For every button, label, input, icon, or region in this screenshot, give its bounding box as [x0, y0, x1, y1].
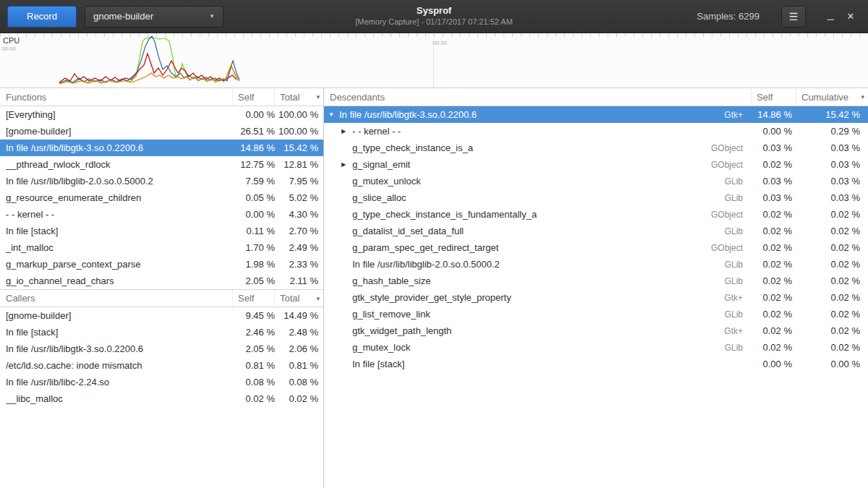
- column-header-self[interactable]: Self: [751, 88, 796, 106]
- function-name: g_type_check_instance_is_fundamentally_a: [352, 209, 697, 220]
- expander-icon[interactable]: ▼: [328, 111, 339, 118]
- tree-row[interactable]: g_slice_allocGLib0.03 %0.03 %: [324, 189, 868, 206]
- descendants-rows: ▼In file /usr/lib/libgtk-3.so.0.2200.6Gt…: [324, 106, 868, 372]
- main-area: Functions Self Total ▾ [Everything]0.00 …: [0, 88, 868, 488]
- self-percent: 0.81 %: [233, 360, 275, 371]
- self-percent: 0.02 %: [746, 226, 792, 236]
- timeline-start-label: 00:00: [1, 46, 16, 52]
- expander-icon[interactable]: ▶: [341, 128, 352, 134]
- table-row[interactable]: g_resource_enumerate_children0.05 %5.02 …: [0, 189, 323, 206]
- table-row[interactable]: __libc_malloc0.02 %0.02 %: [0, 390, 323, 407]
- cpu-series-green: [59, 38, 239, 84]
- category-label: Gtk+: [697, 293, 743, 303]
- tree-row[interactable]: gtk_style_provider_get_style_propertyGtk…: [324, 289, 868, 306]
- column-header-total[interactable]: Total ▾: [274, 88, 323, 106]
- table-row[interactable]: g_markup_parse_context_parse1.98 %2.33 %: [0, 256, 323, 273]
- process-selector-label: gnome-builder: [93, 11, 153, 22]
- table-row[interactable]: [gnome-builder]26.51 %100.00 %: [0, 123, 323, 140]
- close-icon: ✕: [847, 11, 855, 22]
- column-header-cumulative-label: Cumulative: [801, 92, 848, 103]
- total-percent: 15.42 %: [275, 142, 320, 153]
- total-percent: 2.06 %: [275, 343, 320, 354]
- total-percent: 4.30 %: [275, 209, 320, 220]
- table-row[interactable]: In file /usr/lib/libglib-2.0.so.0.5000.2…: [0, 173, 323, 189]
- menu-button[interactable]: ☰: [781, 6, 806, 27]
- table-row[interactable]: In file [stack]0.11 %2.70 %: [0, 223, 323, 239]
- cumulative-percent: 0.02 %: [792, 292, 861, 303]
- cumulative-percent: 0.02 %: [792, 242, 861, 253]
- tree-row[interactable]: ▼In file /usr/lib/libgtk-3.so.0.2200.6Gt…: [324, 106, 868, 123]
- cumulative-percent: 0.03 %: [792, 142, 861, 153]
- tree-row[interactable]: g_type_check_instance_is_aGObject0.03 %0…: [324, 140, 868, 156]
- cpu-timeline[interactable]: CPU 00:00 00:30: [0, 33, 868, 88]
- table-row[interactable]: /etc/ld.so.cache: inode mismatch0.81 %0.…: [0, 357, 323, 374]
- self-percent: 1.70 %: [233, 242, 275, 253]
- function-name: In file /usr/lib/libglib-2.0.so.0.5000.2: [352, 259, 697, 270]
- column-header-self[interactable]: Self: [232, 88, 274, 106]
- column-header-self[interactable]: Self: [232, 290, 274, 307]
- category-label: GObject: [697, 143, 743, 153]
- function-name: gtk_style_provider_get_style_property: [352, 292, 697, 303]
- column-header-functions[interactable]: Functions: [0, 92, 232, 103]
- expander-icon[interactable]: ▶: [341, 161, 352, 168]
- process-selector-dropdown[interactable]: gnome-builder ▼: [85, 6, 224, 27]
- self-percent: 2.05 %: [233, 343, 275, 354]
- tree-row[interactable]: In file [stack]0.00 %0.00 %: [324, 356, 868, 372]
- total-percent: 100.00 %: [275, 109, 320, 120]
- table-row[interactable]: - - kernel - -0.00 %4.30 %: [0, 206, 323, 223]
- tree-row[interactable]: g_datalist_id_set_data_fullGLib0.02 %0.0…: [324, 223, 868, 239]
- column-header-cumulative[interactable]: Cumulative ▾: [796, 88, 868, 106]
- column-header-total[interactable]: Total ▾: [274, 290, 323, 307]
- function-name: g_mutex_lock: [352, 342, 697, 353]
- self-percent: 0.05 %: [233, 192, 275, 203]
- table-row[interactable]: In file /usr/lib/libc-2.24.so0.08 %0.08 …: [0, 374, 323, 390]
- close-button[interactable]: ✕: [841, 6, 861, 27]
- table-row[interactable]: [Everything]0.00 %100.00 %: [0, 106, 323, 123]
- minimize-button[interactable]: ─: [820, 6, 841, 27]
- cumulative-percent: 15.42 %: [792, 109, 861, 120]
- table-row[interactable]: In file /usr/lib/libgtk-3.so.0.2200.62.0…: [0, 341, 323, 357]
- tree-row[interactable]: ▶g_signal_emitGObject0.02 %0.03 %: [324, 156, 868, 173]
- self-percent: 0.02 %: [746, 325, 792, 336]
- column-header-callers[interactable]: Callers: [0, 293, 232, 304]
- tree-row[interactable]: g_type_check_instance_is_fundamentally_a…: [324, 206, 868, 223]
- column-header-descendants[interactable]: Descendants: [324, 92, 751, 103]
- tree-row[interactable]: ▶- - kernel - -0.00 %0.29 %: [324, 123, 868, 140]
- tree-row[interactable]: In file /usr/lib/libglib-2.0.so.0.5000.2…: [324, 256, 868, 273]
- tree-row[interactable]: g_hash_table_sizeGLib0.02 %0.02 %: [324, 273, 868, 289]
- cumulative-percent: 0.03 %: [792, 159, 861, 170]
- self-percent: 0.02 %: [746, 159, 792, 170]
- table-row[interactable]: _int_malloc1.70 %2.49 %: [0, 239, 323, 256]
- record-button[interactable]: Record: [7, 6, 77, 27]
- category-label: Gtk+: [697, 110, 743, 120]
- self-percent: 9.45 %: [233, 310, 275, 321]
- category-label: GLib: [697, 309, 743, 320]
- table-row[interactable]: __pthread_rwlock_rdlock12.75 %12.81 %: [0, 156, 323, 173]
- table-row[interactable]: In file [stack]2.46 %2.48 %: [0, 324, 323, 341]
- function-name: _int_malloc: [6, 242, 233, 253]
- cumulative-percent: 0.02 %: [792, 226, 861, 236]
- table-row[interactable]: g_io_channel_read_chars2.05 %2.11 %: [0, 273, 323, 289]
- table-row[interactable]: [gnome-builder]9.45 %14.49 %: [0, 307, 323, 324]
- descendants-table-header: Descendants Self Cumulative ▾: [324, 88, 868, 106]
- tree-row[interactable]: g_mutex_unlockGLib0.03 %0.03 %: [324, 173, 868, 189]
- function-name: In file /usr/lib/libglib-2.0.so.0.5000.2: [6, 176, 233, 187]
- total-percent: 14.49 %: [275, 310, 320, 321]
- self-percent: 14.86 %: [233, 142, 275, 153]
- function-name: In file /usr/lib/libc-2.24.so: [6, 377, 233, 388]
- tree-row[interactable]: g_mutex_lockGLib0.02 %0.02 %: [324, 339, 868, 356]
- cumulative-percent: 0.02 %: [792, 309, 861, 320]
- tree-row[interactable]: g_list_remove_linkGLib0.02 %0.02 %: [324, 306, 868, 322]
- cumulative-percent: 0.03 %: [792, 176, 861, 187]
- function-name: gtk_widget_path_length: [352, 325, 697, 336]
- cumulative-percent: 0.03 %: [792, 192, 861, 203]
- tree-row[interactable]: g_param_spec_get_redirect_targetGObject0…: [324, 239, 868, 256]
- function-name: [Everything]: [6, 109, 233, 120]
- table-row[interactable]: In file /usr/lib/libgtk-3.so.0.2200.614.…: [0, 140, 323, 156]
- tree-row[interactable]: gtk_widget_path_lengthGtk+0.02 %0.02 %: [324, 322, 868, 339]
- self-percent: 0.00 %: [233, 209, 275, 220]
- function-name: g_list_remove_link: [352, 309, 697, 320]
- header-bar: Record gnome-builder ▼ Sysprof [Memory C…: [0, 0, 868, 33]
- callers-rows: [gnome-builder]9.45 %14.49 %In file [sta…: [0, 307, 323, 407]
- self-percent: 0.08 %: [233, 377, 275, 388]
